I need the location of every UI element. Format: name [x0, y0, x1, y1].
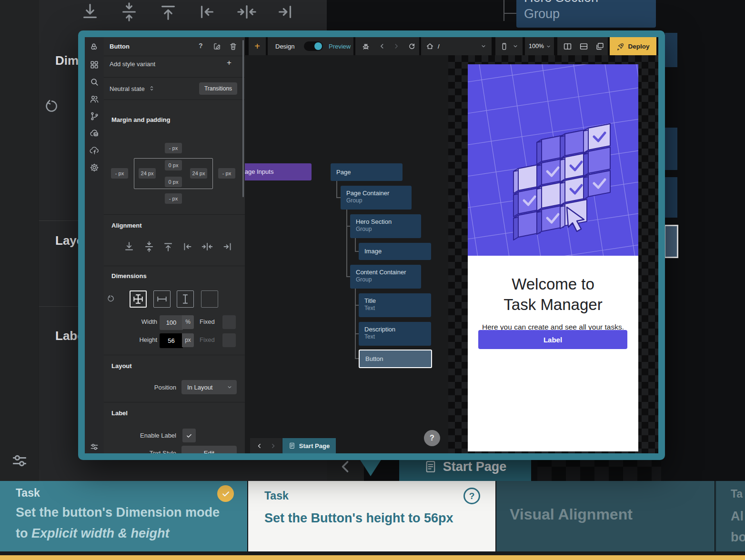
margin-left-input[interactable]: - px — [111, 168, 128, 179]
phone-label-button[interactable]: Label — [478, 330, 627, 349]
search-icon[interactable] — [90, 77, 99, 87]
align-left-icon[interactable] — [182, 241, 193, 252]
bg-tree-node-hero-section[interactable]: Hero Section Group — [516, 0, 656, 28]
preview-mode-label[interactable]: Preview — [329, 43, 351, 50]
forward-icon[interactable] — [270, 442, 277, 450]
components-grid-icon[interactable] — [90, 60, 99, 70]
bg-tree-connector — [503, 13, 517, 14]
back-icon[interactable] — [256, 442, 263, 450]
task-text-italic: Explicit width & height — [31, 526, 170, 540]
enable-label-checkbox[interactable] — [182, 429, 196, 442]
tree-node-button-selected[interactable]: Button — [359, 350, 432, 368]
bug-icon[interactable] — [361, 41, 371, 51]
help-icon[interactable]: ? — [199, 42, 203, 50]
align-right-icon[interactable] — [221, 241, 233, 252]
align-center-horizontal-icon[interactable] — [201, 241, 213, 252]
task-card-active[interactable]: Task ? Set the Button's height to 56px — [248, 481, 495, 551]
padding-left-input[interactable]: 24 px — [139, 168, 156, 179]
forward-icon[interactable] — [393, 42, 400, 50]
task-done-badge — [217, 485, 234, 502]
reset-icon[interactable] — [44, 98, 60, 114]
margin-right-input[interactable]: - px — [218, 168, 235, 179]
state-selector-label[interactable]: Neutral state — [110, 85, 145, 92]
cloud-database-icon[interactable] — [90, 129, 99, 138]
height-unit[interactable]: px — [182, 333, 194, 347]
dimension-mode-explicit-button[interactable] — [130, 290, 147, 308]
design-preview-toggle[interactable] — [304, 41, 323, 51]
task-help-badge[interactable]: ? — [463, 488, 480, 504]
margin-top-input[interactable]: - px — [165, 143, 182, 153]
zoom-selector[interactable]: 100% — [525, 37, 554, 55]
dimension-mode-height-button[interactable] — [177, 290, 194, 308]
add-element-button[interactable]: + — [249, 37, 266, 55]
panel-title: Button — [110, 43, 130, 50]
dimensions-heading: Dimensions — [111, 272, 147, 280]
users-icon[interactable] — [90, 94, 99, 104]
align-left-icon[interactable] — [197, 2, 217, 22]
task-label: Task — [16, 487, 40, 500]
text-style-label: Text Style — [138, 450, 176, 453]
branch-icon[interactable] — [90, 111, 99, 121]
split-horizontal-icon[interactable] — [579, 42, 588, 51]
task-text: Al bo — [731, 506, 745, 548]
device-selector[interactable] — [495, 37, 523, 55]
position-dropdown[interactable]: In Layout — [181, 380, 237, 394]
tree-node-page-container[interactable]: Page Container Group — [341, 186, 412, 210]
padding-bottom-input[interactable]: 0 px — [165, 177, 182, 187]
padding-top-input[interactable]: 0 px — [165, 160, 182, 170]
reload-icon[interactable] — [408, 42, 416, 50]
text-style-edit-button[interactable]: Edit — [181, 446, 237, 453]
tree-node-image[interactable]: Image — [359, 243, 431, 260]
sliders-icon[interactable] — [10, 451, 29, 470]
margin-bottom-input[interactable]: - px — [165, 193, 182, 204]
dimension-mode-width-button[interactable] — [153, 290, 171, 308]
cloud-function-icon[interactable] — [90, 146, 99, 155]
padding-right-input[interactable]: 24 px — [190, 168, 207, 179]
height-input[interactable] — [160, 333, 183, 348]
task-card-partial[interactable]: Ta Al bo — [715, 481, 745, 551]
sliders-icon[interactable] — [90, 442, 99, 451]
align-center-horizontal-icon[interactable] — [237, 2, 257, 22]
dimension-mode-hug-button[interactable] — [201, 290, 218, 308]
alignment-heading: Alignment — [111, 222, 142, 229]
deploy-button[interactable]: Deploy — [610, 37, 656, 55]
app-logo-icon[interactable] — [90, 43, 99, 52]
task-label: Task — [264, 490, 289, 502]
back-icon[interactable] — [378, 42, 386, 50]
edit-icon[interactable] — [212, 42, 221, 51]
tree-node-content-container[interactable]: Content Container Group — [350, 265, 421, 289]
stacked-windows-icon[interactable] — [595, 42, 604, 51]
canvas-toolbar: + Design Preview — [245, 37, 658, 55]
tree-node-hero-section[interactable]: Hero Section Group — [350, 214, 421, 238]
tree-node-title[interactable]: Title Text — [359, 293, 431, 317]
tree-node-page[interactable]: Page — [331, 163, 403, 181]
tree-node-description[interactable]: Description Text — [359, 322, 431, 346]
start-page-tab[interactable]: Start Page — [282, 438, 336, 453]
align-right-icon[interactable] — [275, 2, 295, 22]
reset-icon[interactable] — [107, 294, 115, 303]
add-style-variant-button[interactable]: + — [227, 58, 232, 68]
width-input[interactable] — [160, 315, 183, 330]
editor-modal: Button ? Add style variant + Neutral sta… — [78, 30, 665, 460]
sort-arrows-icon[interactable] — [148, 85, 155, 92]
height-fixed-checkbox[interactable] — [222, 333, 236, 347]
panel-scrollbar[interactable] — [242, 40, 244, 197]
align-top-icon[interactable] — [162, 241, 174, 252]
align-center-vertical-icon[interactable] — [119, 2, 139, 22]
task-card-upcoming[interactable]: Visual Alignment — [496, 481, 715, 551]
design-mode-label[interactable]: Design — [275, 43, 294, 50]
task-card-done[interactable]: Task Set the button's Dimension mode to … — [0, 481, 247, 551]
align-bottom-icon[interactable] — [80, 2, 100, 22]
tree-node-page-inputs[interactable]: Page Inputs — [245, 163, 312, 180]
width-fixed-checkbox[interactable] — [222, 315, 236, 329]
trash-icon[interactable] — [229, 42, 238, 51]
help-button[interactable]: ? — [424, 430, 440, 446]
width-unit[interactable]: % — [182, 315, 194, 329]
align-top-icon[interactable] — [158, 2, 178, 22]
transitions-button[interactable]: Transitions — [199, 82, 237, 95]
url-bar[interactable]: / — [421, 37, 492, 55]
align-bottom-icon[interactable] — [123, 241, 135, 252]
split-vertical-icon[interactable] — [563, 42, 572, 51]
align-center-vertical-icon[interactable] — [143, 241, 155, 252]
gear-icon[interactable] — [90, 163, 99, 172]
